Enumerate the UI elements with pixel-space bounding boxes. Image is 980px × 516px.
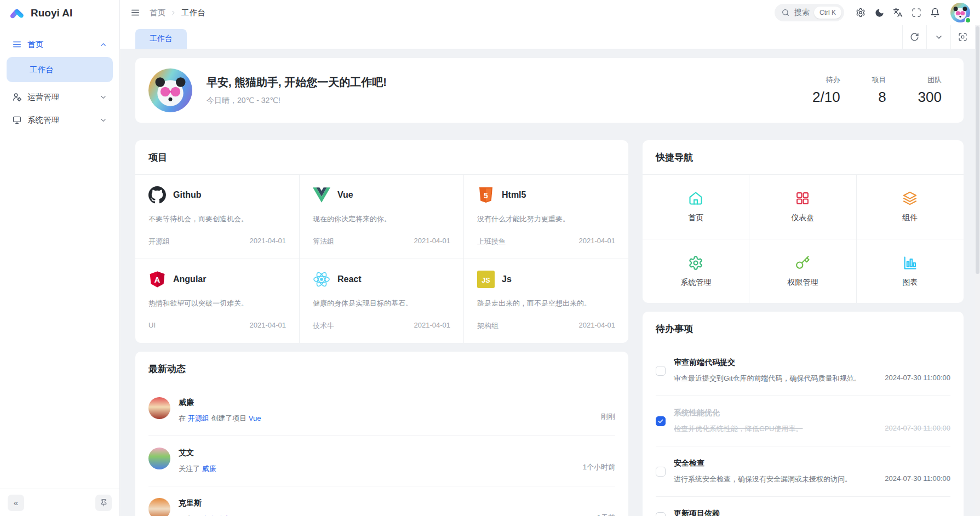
project-name: Html5 xyxy=(502,190,526,200)
topbar-icons xyxy=(852,4,944,21)
greeting-subtitle: 今日晴，20℃ - 32℃! xyxy=(207,96,387,106)
breadcrumb-current: 工作台 xyxy=(181,8,205,18)
quicknav-item-dashboard[interactable]: 仪表盘 xyxy=(749,175,856,239)
project-date: 2021-04-01 xyxy=(250,321,286,329)
activity-time: 刚刚 xyxy=(601,412,615,423)
project-card-angular[interactable]: A Angular 热情和欲望可以突破一切难关。 UI 2021-04-01 xyxy=(135,259,300,343)
activity-line: 关注了 威廉 xyxy=(179,464,216,474)
tab-workbench[interactable]: 工作台 xyxy=(135,29,187,49)
activity-link[interactable]: 威廉 xyxy=(202,465,216,473)
greeting-stats: 待办 2/10 项目 8 团队 300 xyxy=(812,75,942,106)
projects-title: 项目 xyxy=(135,140,628,174)
gear-icon xyxy=(688,255,703,271)
activity-user: 艾文 xyxy=(179,448,216,458)
todo-item: 系统性能优化 检查并优化系统性能，降低CPU使用率。 2024-07-30 11… xyxy=(656,395,950,446)
svg-text:A: A xyxy=(154,275,161,284)
project-card-js[interactable]: JS Js 路是走出来的，而不是空想出来的。 架构组 2021-04-01 xyxy=(464,259,628,343)
project-card-github[interactable]: Github 不要等待机会，而要创造机会。 开源组 2021-04-01 xyxy=(135,175,300,259)
chevron-down-icon xyxy=(99,93,107,101)
breadcrumb-home[interactable]: 首页 xyxy=(150,8,165,18)
user-gear-icon xyxy=(12,92,22,102)
todo-item: 安全检查 进行系统安全检查，确保没有安全漏洞或未授权的访问。 2024-07-3… xyxy=(656,446,950,496)
todo-item-time: 2024-07-30 11:00:00 xyxy=(885,424,950,434)
moon-icon[interactable] xyxy=(870,4,888,21)
project-date: 2021-04-01 xyxy=(414,237,451,246)
user-avatar[interactable] xyxy=(950,3,970,22)
main-area: 首页 工作台 搜索 Ctrl K xyxy=(120,0,980,516)
todo-item-desc: 审查最近提交到Git仓库的前端代码，确保代码质量和规范。 xyxy=(674,374,861,383)
refresh-icon[interactable] xyxy=(902,25,926,49)
quicknav-item-home[interactable]: 首页 xyxy=(643,175,749,239)
react-icon xyxy=(313,271,330,288)
maximize-icon[interactable] xyxy=(950,25,975,49)
quicknav-item-system[interactable]: 系统管理 xyxy=(643,239,749,303)
todo-checkbox[interactable] xyxy=(656,366,666,376)
sidebar-collapse-button[interactable]: « xyxy=(8,495,24,511)
activity-link[interactable]: 开源组 xyxy=(188,414,209,422)
quicknav-item-components[interactable]: 组件 xyxy=(857,175,964,239)
todo-item: 更新项目依赖 xyxy=(656,496,950,516)
todo-checkbox[interactable] xyxy=(656,416,666,426)
activity-title: 最新动态 xyxy=(135,352,628,386)
bar-chart-icon xyxy=(902,255,918,271)
todo-item-title: 系统性能优化 xyxy=(674,408,950,418)
todo-checkbox[interactable] xyxy=(656,467,666,477)
gear-icon[interactable] xyxy=(852,4,869,21)
todo-item-desc: 进行系统安全检查，确保没有安全漏洞或未授权的访问。 xyxy=(674,474,852,484)
pin-icon[interactable] xyxy=(95,495,112,511)
search-shortcut-badge: Ctrl K xyxy=(814,7,841,19)
stat-team: 团队 300 xyxy=(918,75,942,106)
activity-user: 克里斯 xyxy=(179,498,231,508)
project-desc: 健康的身体是实现目标的基石。 xyxy=(313,299,450,308)
sidebar-item-operations[interactable]: 运营管理 xyxy=(7,85,113,108)
quicknav-item-charts[interactable]: 图表 xyxy=(857,239,964,303)
monitor-icon xyxy=(12,115,22,125)
search-input[interactable]: 搜索 Ctrl K xyxy=(775,4,844,21)
project-desc: 热情和欲望可以突破一切难关。 xyxy=(148,299,286,308)
todo-checkbox[interactable] xyxy=(656,512,666,516)
activity-item: 威廉 在 开源组 创建了项目 Vue 刚刚 xyxy=(148,386,615,435)
quicknav-item-permissions[interactable]: 权限管理 xyxy=(749,239,856,303)
activity-card: 最新动态 威廉 在 开源组 创建了项目 Vue 刚刚 xyxy=(135,352,628,516)
app-logo[interactable]: Ruoyi AI xyxy=(0,0,119,26)
translate-icon[interactable] xyxy=(889,4,907,21)
sidebar-item-workbench[interactable]: 工作台 xyxy=(7,57,113,82)
bell-icon[interactable] xyxy=(926,4,944,21)
project-name: Vue xyxy=(337,190,353,200)
vertical-scrollbar[interactable] xyxy=(975,25,980,516)
stat-projects: 项目 8 xyxy=(872,75,886,106)
topbar: 首页 工作台 搜索 Ctrl K xyxy=(120,0,980,25)
activity-item: 克里斯 发布了 个人动态 1天前 xyxy=(148,486,615,516)
scrollbar-thumb[interactable] xyxy=(976,26,979,274)
activity-line: 在 开源组 创建了项目 Vue xyxy=(179,414,261,423)
todo-item-desc: 检查并优化系统性能，降低CPU使用率。 xyxy=(674,424,803,434)
project-name: React xyxy=(337,274,362,284)
activity-link[interactable]: Vue xyxy=(249,414,261,422)
activity-time: 1个小时前 xyxy=(583,462,615,474)
chevron-down-icon[interactable] xyxy=(926,25,950,49)
project-group: 上班摸鱼 xyxy=(477,237,506,246)
vue-icon xyxy=(313,186,330,204)
sidebar-item-home[interactable]: 首页 xyxy=(7,33,113,56)
project-date: 2021-04-01 xyxy=(250,237,286,246)
fullscreen-icon[interactable] xyxy=(908,4,925,21)
svg-text:JS: JS xyxy=(482,277,490,284)
project-card-vue[interactable]: Vue 现在的你决定将来的你。 算法组 2021-04-01 xyxy=(300,175,464,259)
search-placeholder: 搜索 xyxy=(794,8,810,18)
todo-item-title: 安全检查 xyxy=(674,458,950,468)
activity-item: 艾文 关注了 威廉 1个小时前 xyxy=(148,435,615,486)
sidebar-footer: « xyxy=(0,489,119,516)
project-name: Angular xyxy=(173,274,206,284)
app-window: Ruoyi AI 首页 工作台 xyxy=(0,0,980,516)
sidebar-item-system[interactable]: 系统管理 xyxy=(7,108,113,131)
chevron-up-icon xyxy=(99,41,107,49)
project-date: 2021-04-01 xyxy=(579,237,616,246)
project-card-react[interactable]: React 健康的身体是实现目标的基石。 技术牛 2021-04-01 xyxy=(300,259,464,343)
stat-todo: 待办 2/10 xyxy=(812,75,840,106)
sidebar-menu: 首页 工作台 运营管理 xyxy=(0,26,119,489)
activity-time: 1天前 xyxy=(597,513,615,516)
project-card-html5[interactable]: 5 Html5 没有什么才能比努力更重要。 上班摸鱼 2021-04-01 xyxy=(464,175,628,259)
sidebar-item-label: 首页 xyxy=(27,39,43,50)
menu-toggle-button[interactable] xyxy=(127,4,144,21)
menu-lines-icon xyxy=(12,39,22,49)
